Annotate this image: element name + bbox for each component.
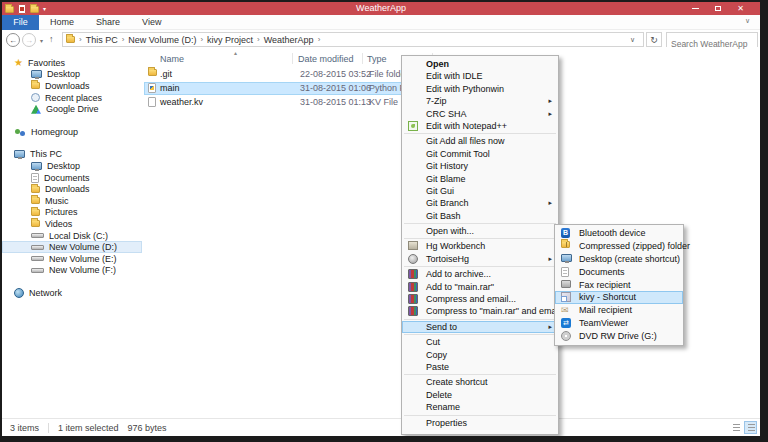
close-icon[interactable]: ✕	[737, 2, 744, 15]
menu-item-delete[interactable]: Delete	[402, 389, 558, 401]
menu-label: Git Bash	[426, 211, 461, 221]
sendto-item-desktop-shortcut[interactable]: Desktop (create shortcut)	[555, 253, 683, 266]
refresh-icon[interactable]: ↻	[646, 32, 662, 47]
menu-item-7zip[interactable]: 7-Zip▸	[402, 95, 558, 107]
sidebar-label: Favorites	[28, 58, 65, 68]
sidebar-item-pc-pictures[interactable]: Pictures	[2, 207, 142, 219]
menu-item-git-history[interactable]: Git History	[402, 160, 558, 172]
sidebar-item-pc-music[interactable]: Music	[2, 195, 142, 207]
sidebar-item-new-volume-e[interactable]: New Volume (E:)	[2, 253, 142, 265]
search-input[interactable]	[667, 38, 757, 51]
menu-item-open-with[interactable]: Open with...	[402, 225, 558, 237]
menu-item-cut[interactable]: Cut	[402, 336, 558, 348]
menu-item-git-commit-tool[interactable]: Git Commit Tool	[402, 148, 558, 160]
sidebar-item-this-pc[interactable]: This PC	[2, 149, 142, 161]
column-header-name[interactable]: Name	[160, 54, 184, 64]
menu-item-add-to-main-rar[interactable]: Add to "main.rar"	[402, 281, 558, 293]
menu-item-git-gui[interactable]: Git Gui	[402, 185, 558, 197]
column-divider[interactable]	[292, 53, 293, 64]
menu-item-git-bash[interactable]: Git Bash	[402, 210, 558, 222]
sendto-item-mail-recipient[interactable]: ✉Mail recipient	[555, 304, 683, 317]
documents-icon	[561, 267, 569, 277]
menu-item-edit-with-notepadpp[interactable]: Edit with Notepad++	[402, 120, 558, 132]
menu-item-edit-with-pythonwin[interactable]: Edit with Pythonwin	[402, 83, 558, 95]
menu-item-tortoisehg[interactable]: TortoiseHg▸	[402, 253, 558, 265]
folder-icon	[31, 82, 40, 89]
menu-item-send-to[interactable]: Send to▸	[402, 321, 558, 333]
sort-ascending-icon: ▴	[234, 49, 237, 56]
menu-item-compress-to-main-rar-and-email[interactable]: Compress to "main.rar" and email	[402, 305, 558, 317]
sidebar-item-new-volume-f[interactable]: New Volume (F:)	[2, 265, 142, 277]
submenu-arrow-icon: ▸	[548, 321, 552, 333]
ribbon-expand-icon[interactable]: ∨	[745, 17, 750, 25]
recent-locations-icon[interactable]: ▾	[40, 37, 43, 44]
sidebar-item-google-drive[interactable]: Google Drive	[2, 103, 142, 115]
window-title: WeatherApp	[2, 2, 760, 15]
sidebar-item-desktop[interactable]: Desktop	[2, 69, 142, 81]
maximize-icon[interactable]	[715, 6, 721, 11]
menu-item-paste[interactable]: Paste	[402, 361, 558, 373]
menu-item-crc-sha[interactable]: CRC SHA▸	[402, 108, 558, 120]
sidebar-item-downloads[interactable]: Downloads	[2, 80, 142, 92]
sidebar-item-network[interactable]: Network	[2, 287, 142, 299]
file-row-weather-kv[interactable]: weather.kv 31-08-2015 01:13 KV File	[144, 96, 422, 109]
tab-home[interactable]: Home	[39, 15, 85, 29]
sidebar-label: This PC	[30, 149, 62, 159]
menu-label: Git Blame	[426, 174, 466, 184]
breadcrumb-this-pc[interactable]: This PC	[86, 35, 118, 45]
minimize-icon[interactable]	[692, 8, 699, 9]
menu-item-compress-and-email[interactable]: Compress and email...	[402, 293, 558, 305]
sidebar-item-favorites[interactable]: ★ Favorites	[2, 57, 142, 69]
drive-icon	[31, 233, 44, 238]
sidebar-item-local-disk-c[interactable]: Local Disk (C:)	[2, 230, 142, 242]
sendto-item-bluetooth-device[interactable]: BBluetooth device	[555, 227, 683, 240]
menu-item-git-blame[interactable]: Git Blame	[402, 173, 558, 185]
details-view-icon[interactable]	[744, 421, 757, 434]
sidebar-label: New Volume (F:)	[49, 265, 116, 275]
menu-item-edit-with-idle[interactable]: Edit with IDLE	[402, 70, 558, 82]
sidebar-item-pc-videos[interactable]: Videos	[2, 218, 142, 230]
address-dropdown-icon[interactable]: ∨	[630, 36, 635, 44]
sidebar-item-pc-documents[interactable]: Documents	[2, 172, 142, 184]
sidebar-item-new-volume-d[interactable]: New Volume (D:)	[2, 241, 142, 253]
sendto-item-documents[interactable]: Documents	[555, 266, 683, 279]
menu-item-copy[interactable]: Copy	[402, 349, 558, 361]
menu-label: Compress and email...	[426, 294, 516, 304]
menu-item-create-shortcut[interactable]: Create shortcut	[402, 376, 558, 388]
sendto-item-compressed-folder[interactable]: Compressed (zipped) folder	[555, 240, 683, 253]
sendto-item-fax-recipient[interactable]: Fax recipient	[555, 279, 683, 292]
sendto-item-teamviewer[interactable]: ⇄TeamViewer	[555, 317, 683, 330]
column-header-type[interactable]: Type	[367, 54, 387, 64]
menu-item-open[interactable]: Open	[402, 58, 558, 70]
tab-file[interactable]: File	[2, 15, 39, 30]
menu-item-git-branch[interactable]: Git Branch▸	[402, 197, 558, 209]
winrar-icon	[408, 306, 418, 316]
forward-button[interactable]: →	[22, 33, 36, 47]
thumbnail-view-icon[interactable]	[729, 421, 742, 434]
sidebar-item-pc-desktop[interactable]: Desktop	[2, 160, 142, 172]
sendto-item-dvd-rw-drive[interactable]: DVD RW Drive (G:)	[555, 330, 683, 343]
back-button[interactable]: ←	[6, 33, 20, 47]
breadcrumb-weatherapp[interactable]: WeatherApp	[264, 35, 314, 45]
file-row-git[interactable]: .git 22-08-2015 03:52 File folder	[144, 68, 422, 81]
breadcrumb[interactable]: › This PC › New Volume (D:) › kivy Proje…	[62, 32, 644, 47]
breadcrumb-new-volume-d[interactable]: New Volume (D:)	[128, 35, 196, 45]
menu-item-rename[interactable]: Rename	[402, 401, 558, 413]
sendto-item-kivy-shortcut[interactable]: kivy - Shortcut	[555, 291, 683, 304]
menu-item-hg-workbench[interactable]: Hg Workbench	[402, 240, 558, 252]
file-row-main[interactable]: main 31-08-2015 01:06 Python File	[144, 82, 422, 95]
sidebar-item-pc-downloads[interactable]: Downloads	[2, 183, 142, 195]
sidebar-item-recent-places[interactable]: Recent places	[2, 92, 142, 104]
menu-item-git-add-all[interactable]: Git Add all files now	[402, 135, 558, 147]
menu-item-add-to-archive[interactable]: Add to archive...	[402, 268, 558, 280]
column-divider[interactable]	[362, 53, 363, 64]
tab-view[interactable]: View	[131, 15, 172, 29]
sidebar-item-homegroup[interactable]: Homegroup	[2, 126, 142, 138]
breadcrumb-kivy-project[interactable]: kivy Project	[207, 35, 253, 45]
menu-label: Bluetooth device	[579, 228, 646, 238]
column-header-date[interactable]: Date modified	[298, 54, 354, 64]
tab-share[interactable]: Share	[85, 15, 131, 29]
menu-item-properties[interactable]: Properties	[402, 417, 558, 429]
kivy-shortcut-icon	[561, 292, 571, 302]
up-button[interactable]: ↑	[49, 34, 54, 44]
